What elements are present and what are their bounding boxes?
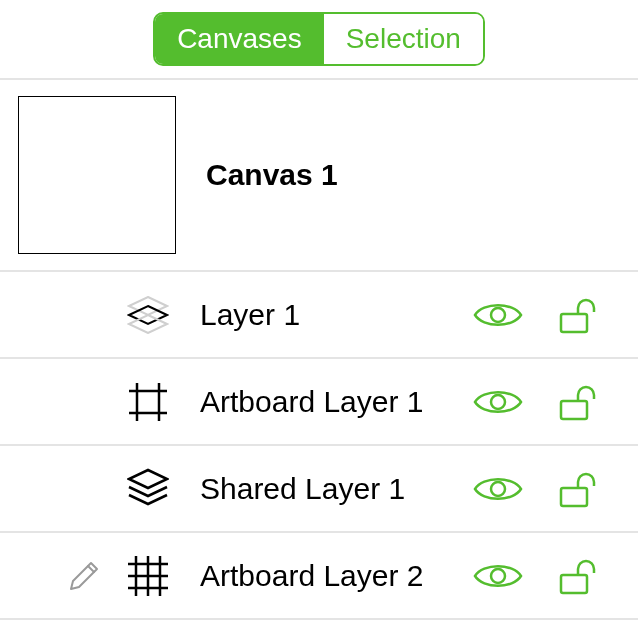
layer-name-label: Artboard Layer 2 <box>188 559 458 593</box>
layer-icon <box>127 296 169 334</box>
lock-toggle[interactable] <box>558 296 598 334</box>
shared-layer-icon <box>127 468 169 510</box>
layer-name-label: Shared Layer 1 <box>188 472 458 506</box>
svg-point-21 <box>491 569 505 583</box>
svg-rect-10 <box>561 401 587 419</box>
layer-type-icon-col <box>108 468 188 510</box>
layer-name-label: Layer 1 <box>188 298 458 332</box>
svg-rect-13 <box>561 488 587 506</box>
grid-icon <box>126 554 170 598</box>
visibility-toggle[interactable] <box>473 473 523 505</box>
svg-point-3 <box>491 308 505 322</box>
layer-row[interactable]: Shared Layer 1 <box>0 446 638 533</box>
visibility-toggle[interactable] <box>473 560 523 592</box>
pencil-icon[interactable] <box>68 560 100 592</box>
layer-left-gutter <box>0 560 108 592</box>
layer-type-icon-col <box>108 381 188 423</box>
layer-row[interactable]: Layer 1 <box>0 272 638 359</box>
lock-toggle[interactable] <box>558 557 598 595</box>
layer-row[interactable]: Artboard Layer 1 <box>0 359 638 446</box>
artboard-icon <box>127 381 169 423</box>
segmented-control: Canvases Selection <box>153 12 485 66</box>
svg-rect-4 <box>561 314 587 332</box>
svg-line-14 <box>88 566 94 572</box>
lock-toggle[interactable] <box>558 470 598 508</box>
canvas-name: Canvas 1 <box>206 158 338 192</box>
svg-point-9 <box>491 395 505 409</box>
svg-marker-11 <box>129 470 167 488</box>
layer-type-icon-col <box>108 296 188 334</box>
header: Canvases Selection <box>0 0 638 80</box>
svg-rect-22 <box>561 575 587 593</box>
visibility-toggle[interactable] <box>473 299 523 331</box>
visibility-toggle[interactable] <box>473 386 523 418</box>
layer-name-label: Artboard Layer 1 <box>188 385 458 419</box>
lock-toggle[interactable] <box>558 383 598 421</box>
canvas-row[interactable]: Canvas 1 <box>0 80 638 272</box>
svg-point-12 <box>491 482 505 496</box>
tab-canvases[interactable]: Canvases <box>155 14 324 64</box>
tab-selection[interactable]: Selection <box>324 14 483 64</box>
layer-type-icon-col <box>108 554 188 598</box>
layer-row[interactable]: Artboard Layer 2 <box>0 533 638 620</box>
canvas-thumbnail <box>18 96 176 254</box>
